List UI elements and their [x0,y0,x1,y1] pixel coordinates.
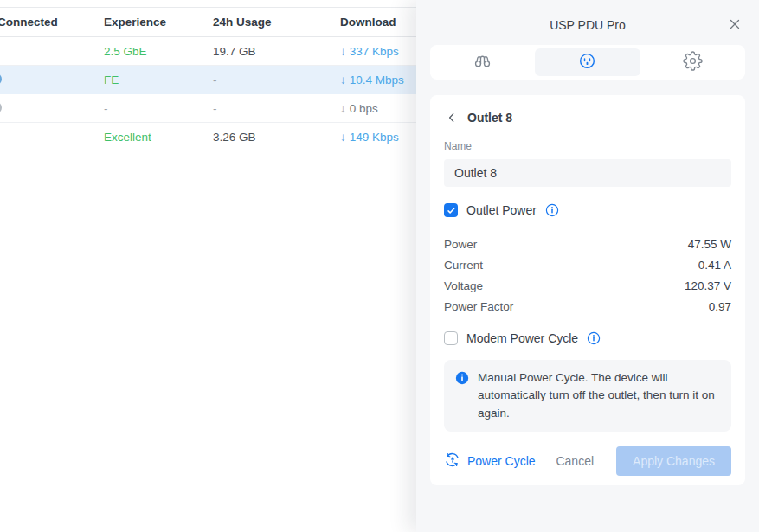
device-properties-panel: USP PDU Pro [416,0,759,532]
power-cycle-note: Manual Power Cycle. The device will auto… [444,360,731,432]
clients-table: Connected Experience 24h Usage Download … [0,7,416,151]
actions-row: Power Cycle Cancel Apply Changes [444,446,731,476]
panel-header: USP PDU Pro [416,0,759,45]
usage-cell: - [213,102,340,115]
panel-title: USP PDU Pro [416,18,759,32]
experience-cell: - [104,102,213,115]
down-arrow-icon: ↓ [340,74,346,87]
panel-tabs [430,45,745,80]
tab-overview[interactable] [430,45,535,80]
client-avatar-partial [0,73,2,86]
usage-cell: 3.26 GB [213,131,340,144]
info-filled-icon [455,371,469,385]
metric-power-factor: Power Factor 0.97 [444,297,731,316]
clients-table-region: Connected Experience 24h Usage Download … [0,0,416,532]
power-cycle-icon [444,452,460,471]
info-icon[interactable] [587,331,601,345]
table-row[interactable]: Excellent 3.26 GB ↓149 Kbps [0,123,416,151]
down-arrow-icon: ↓ [340,131,346,144]
chevron-left-icon[interactable] [446,112,458,124]
down-arrow-icon: ↓ [340,102,346,115]
usage-cell: 19.7 GB [213,45,340,58]
table-row-selected[interactable]: FE - ↓10.4 Mbps [0,66,416,94]
name-input[interactable] [444,159,731,187]
modem-power-cycle-row: Modem Power Cycle [444,331,731,345]
close-icon[interactable] [728,17,742,31]
download-cell: ↓149 Kbps [340,131,416,144]
table-row[interactable]: - - ↓0 bps [0,94,416,123]
metric-current: Current 0.41 A [444,255,731,274]
col-header-24h-usage[interactable]: 24h Usage [213,16,340,29]
name-label: Name [444,140,731,152]
metric-voltage: Voltage 120.37 V [444,276,731,295]
outlet-power-label: Outlet Power [466,203,537,217]
cancel-button[interactable]: Cancel [556,454,594,468]
col-header-connected[interactable]: Connected [0,16,104,29]
note-text: Manual Power Cycle. The device will auto… [478,369,720,422]
info-icon[interactable] [545,203,559,217]
power-outlet-icon [577,51,597,74]
outlet-power-row: Outlet Power [444,203,731,217]
tab-outlets[interactable] [535,48,640,76]
power-metrics: Power 47.55 W Current 0.41 A Voltage 120… [444,234,731,316]
col-header-experience[interactable]: Experience [104,16,213,29]
col-header-download[interactable]: Download [340,16,416,29]
power-cycle-button[interactable]: Power Cycle [444,452,536,471]
gear-icon [683,51,703,74]
client-avatar-partial [0,101,2,114]
experience-cell: FE [104,74,213,87]
outlet-heading: Outlet 8 [467,111,512,125]
table-header-row: Connected Experience 24h Usage Download [0,8,416,37]
tab-settings[interactable] [640,45,745,80]
metric-power: Power 47.55 W [444,234,731,253]
modem-power-cycle-checkbox[interactable] [444,331,458,345]
table-row[interactable]: 2.5 GbE 19.7 GB ↓337 Kbps [0,37,416,66]
download-cell: ↓337 Kbps [340,45,416,58]
down-arrow-icon: ↓ [340,45,346,58]
outlet-heading-row: Outlet 8 [446,111,731,125]
experience-cell: Excellent [104,131,213,144]
apply-changes-button[interactable]: Apply Changes [616,446,731,476]
screen: Connected Experience 24h Usage Download … [0,0,759,532]
binoculars-icon [473,51,492,74]
download-cell: ↓0 bps [340,102,416,115]
download-cell: ↓10.4 Mbps [340,74,416,87]
usage-cell: - [213,74,340,87]
outlet-detail-card: Outlet 8 Name Outlet Power Power 47.55 W [430,95,745,485]
experience-cell: 2.5 GbE [104,45,213,58]
outlet-power-checkbox[interactable] [444,203,458,217]
modem-power-cycle-label: Modem Power Cycle [466,331,578,345]
